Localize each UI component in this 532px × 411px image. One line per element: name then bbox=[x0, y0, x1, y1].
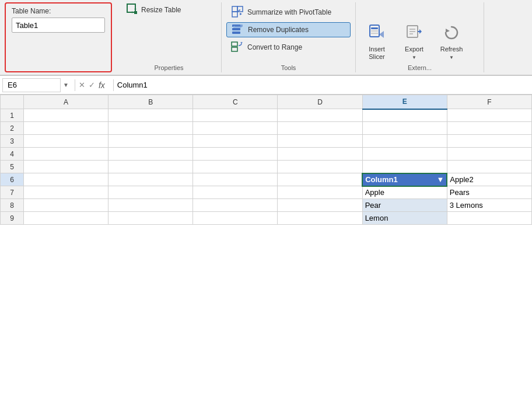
cell-f1[interactable] bbox=[447, 109, 531, 122]
summarize-pivottable-button[interactable]: Summarize with PivotTable bbox=[226, 5, 351, 20]
cell-e3[interactable] bbox=[362, 135, 447, 148]
row-num-4: 4 bbox=[1, 148, 24, 161]
cell-b9[interactable] bbox=[108, 212, 193, 225]
cell-b7[interactable] bbox=[108, 186, 193, 199]
cell-a7[interactable] bbox=[24, 186, 108, 199]
cell-e2[interactable] bbox=[362, 122, 447, 135]
cell-d3[interactable] bbox=[278, 135, 362, 148]
col-header-f[interactable]: F bbox=[447, 95, 531, 109]
svg-marker-18 bbox=[379, 31, 384, 38]
cell-reference-box[interactable]: E6 bbox=[2, 78, 61, 92]
external-group-label: Extern... bbox=[356, 64, 484, 71]
cell-b2[interactable] bbox=[108, 122, 193, 135]
cell-d5[interactable] bbox=[278, 161, 362, 173]
cell-f6[interactable]: Apple2 bbox=[447, 173, 531, 186]
refresh-icon bbox=[442, 23, 461, 44]
cell-e7[interactable]: Apple bbox=[362, 186, 447, 199]
cell-e8[interactable]: Pear bbox=[362, 199, 447, 212]
table-row: 7 Apple Pears bbox=[1, 186, 532, 199]
cell-a6[interactable] bbox=[24, 173, 108, 186]
cell-c1[interactable] bbox=[193, 109, 278, 122]
cell-d6[interactable] bbox=[278, 173, 362, 186]
table-row: 3 bbox=[1, 135, 532, 148]
refresh-button[interactable]: Refresh ▼ bbox=[435, 21, 468, 63]
cell-f8[interactable]: 3 Lemons bbox=[447, 199, 531, 212]
properties-group-label: Properties bbox=[117, 64, 221, 71]
export-icon-svg bbox=[405, 23, 424, 42]
resize-table-button[interactable]: Resize Table bbox=[121, 2, 216, 18]
row-num-8: 8 bbox=[1, 199, 24, 212]
spreadsheet-container: A B C D E F 1 bbox=[0, 95, 532, 411]
cell-d9[interactable] bbox=[278, 212, 362, 225]
refresh-icon-svg bbox=[442, 23, 461, 42]
cell-b4[interactable] bbox=[108, 148, 193, 161]
formula-content[interactable]: Column1 bbox=[117, 81, 530, 89]
external-items: InsertSlicer Export bbox=[360, 2, 479, 63]
convert-range-button[interactable]: Convert to Range bbox=[226, 40, 351, 55]
cell-c5[interactable] bbox=[193, 161, 278, 173]
cell-b8[interactable] bbox=[108, 199, 193, 212]
cell-d1[interactable] bbox=[278, 109, 362, 122]
cell-f2[interactable] bbox=[447, 122, 531, 135]
cell-e9[interactable]: Lemon bbox=[362, 212, 447, 225]
remove-duplicates-button[interactable]: Remove Duplicates bbox=[226, 22, 351, 37]
cell-b1[interactable] bbox=[108, 109, 193, 122]
cell-c7[interactable] bbox=[193, 186, 278, 199]
svg-marker-25 bbox=[446, 29, 450, 33]
cell-a5[interactable] bbox=[24, 161, 108, 173]
cell-d8[interactable] bbox=[278, 199, 362, 212]
cell-f7[interactable]: Pears bbox=[447, 186, 531, 199]
cell-a3[interactable] bbox=[24, 135, 108, 148]
cell-c4[interactable] bbox=[193, 148, 278, 161]
row-num-1: 1 bbox=[1, 109, 24, 122]
cell-e1[interactable] bbox=[362, 109, 447, 122]
cell-a1[interactable] bbox=[24, 109, 108, 122]
confirm-icon[interactable]: ✓ bbox=[89, 81, 95, 89]
cell-e4[interactable] bbox=[362, 148, 447, 161]
cell-b5[interactable] bbox=[108, 161, 193, 173]
insert-slicer-button[interactable]: InsertSlicer bbox=[360, 20, 393, 63]
convert-range-label: Convert to Range bbox=[247, 43, 302, 51]
cell-a8[interactable] bbox=[24, 199, 108, 212]
col-header-a[interactable]: A bbox=[24, 95, 108, 109]
dropdown-arrow-e6[interactable]: ▼ bbox=[436, 175, 444, 184]
remove-duplicates-label: Remove Duplicates bbox=[248, 26, 309, 34]
cell-f5[interactable] bbox=[447, 161, 531, 173]
summarize-label: Summarize with PivotTable bbox=[247, 8, 331, 16]
cell-b6[interactable] bbox=[108, 173, 193, 186]
cancel-icon[interactable]: ✕ bbox=[79, 81, 85, 89]
cell-d7[interactable] bbox=[278, 186, 362, 199]
cell-e6[interactable]: Column1 ▼ bbox=[362, 173, 447, 186]
cell-a4[interactable] bbox=[24, 148, 108, 161]
cell-a9[interactable] bbox=[24, 212, 108, 225]
cell-a2[interactable] bbox=[24, 122, 108, 135]
row-num-9: 9 bbox=[1, 212, 24, 225]
slicer-icon bbox=[368, 23, 386, 43]
col-header-e[interactable]: E bbox=[362, 95, 447, 109]
cell-c3[interactable] bbox=[193, 135, 278, 148]
cell-f4[interactable] bbox=[447, 148, 531, 161]
cell-e5[interactable] bbox=[362, 161, 447, 173]
cell-d4[interactable] bbox=[278, 148, 362, 161]
pivot-icon-svg bbox=[231, 5, 244, 18]
export-button[interactable]: Export ▼ bbox=[398, 21, 430, 63]
table-row: 2 bbox=[1, 122, 532, 135]
cell-f3[interactable] bbox=[447, 135, 531, 148]
cell-f9[interactable] bbox=[447, 212, 531, 225]
table-name-input[interactable] bbox=[12, 18, 105, 33]
cell-ref-dropdown-arrow[interactable]: ▼ bbox=[63, 82, 69, 88]
svg-rect-9 bbox=[232, 32, 240, 34]
cell-c2[interactable] bbox=[193, 122, 278, 135]
col-header-c[interactable]: C bbox=[193, 95, 278, 109]
cell-d2[interactable] bbox=[278, 122, 362, 135]
cell-c9[interactable] bbox=[193, 212, 278, 225]
cell-c8[interactable] bbox=[193, 199, 278, 212]
col-header-b[interactable]: B bbox=[108, 95, 193, 109]
cell-b3[interactable] bbox=[108, 135, 193, 148]
fx-label: fx bbox=[99, 81, 105, 90]
cell-c6[interactable] bbox=[193, 173, 278, 186]
formula-bar: E6 ▼ ✕ ✓ fx Column1 bbox=[0, 76, 532, 95]
col-header-d[interactable]: D bbox=[278, 95, 362, 109]
resize-table-icon bbox=[126, 3, 138, 18]
svg-rect-4 bbox=[232, 6, 237, 12]
